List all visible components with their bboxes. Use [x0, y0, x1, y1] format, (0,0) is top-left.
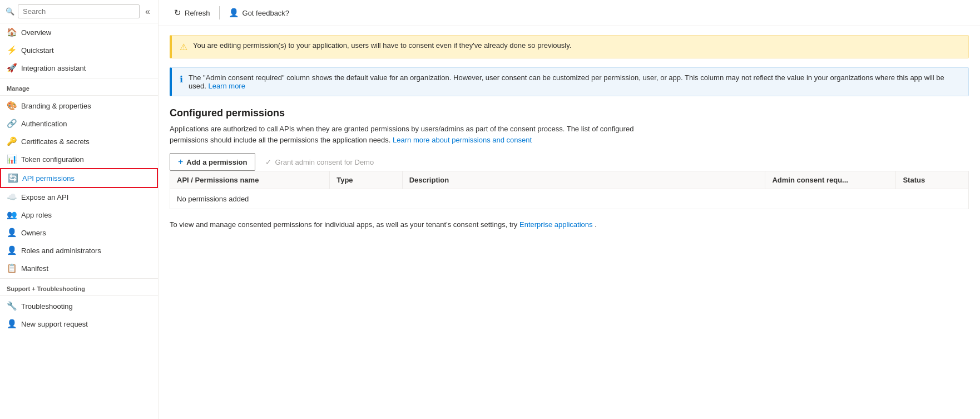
sidebar-item-label: Certificates & secrets — [21, 137, 90, 146]
toolbar-separator — [219, 6, 220, 19]
overview-icon: 🏠 — [7, 27, 17, 37]
divider — [0, 278, 158, 279]
refresh-button[interactable]: ↻ Refresh — [167, 4, 217, 21]
sidebar-item-label: Troubleshooting — [21, 302, 73, 310]
authentication-icon: 🔗 — [7, 119, 17, 129]
enterprise-apps-link[interactable]: Enterprise applications — [519, 220, 593, 229]
section-title: Configured permissions — [170, 107, 969, 119]
new-support-icon: 👤 — [7, 319, 17, 329]
quickstart-icon: ⚡ — [7, 45, 17, 55]
col-description: Description — [402, 171, 765, 189]
sidebar-item-token-config[interactable]: 📊 Token configuration — [0, 150, 158, 168]
grant-consent-button[interactable]: ✓ Grant admin consent for Demo — [258, 155, 382, 170]
sidebar-item-authentication[interactable]: 🔗 Authentication — [0, 115, 158, 132]
sidebar-item-label: Branding & properties — [21, 102, 91, 110]
sidebar-item-quickstart[interactable]: ⚡ Quickstart — [0, 41, 158, 59]
table-row-empty: No permissions added — [170, 189, 969, 209]
owners-icon: 👤 — [7, 228, 17, 238]
sidebar-item-new-support[interactable]: 👤 New support request — [0, 315, 158, 333]
sidebar-item-troubleshooting[interactable]: 🔧 Troubleshooting — [0, 297, 158, 315]
col-api-name: API / Permissions name — [170, 171, 330, 189]
integration-icon: 🚀 — [7, 63, 17, 73]
sidebar: 🔍 « 🏠 Overview ⚡ Quickstart 🚀 Integratio… — [0, 0, 159, 419]
sidebar-item-label: App roles — [21, 211, 52, 219]
sidebar-item-label: Expose an API — [21, 193, 68, 201]
roles-admins-icon: 👤 — [7, 245, 17, 255]
col-admin-consent: Admin consent requ... — [765, 171, 896, 189]
toolbar: ↻ Refresh 👤 Got feedback? — [159, 0, 980, 26]
sidebar-item-expose-api[interactable]: ☁️ Expose an API — [0, 188, 158, 206]
section-description: Applications are authorized to call APIs… — [170, 124, 670, 145]
feedback-label: Got feedback? — [242, 9, 290, 17]
divider — [0, 295, 158, 296]
plus-icon: + — [178, 157, 183, 167]
branding-icon: 🎨 — [7, 101, 17, 111]
info-learn-more-link[interactable]: Learn more — [208, 82, 245, 90]
collapse-button[interactable]: « — [143, 6, 152, 18]
sidebar-item-label: Integration assistant — [21, 64, 86, 72]
api-permissions-icon: 🔄 — [8, 173, 18, 183]
sidebar-item-label: Token configuration — [21, 155, 84, 164]
action-bar: + Add a permission ✓ Grant admin consent… — [170, 153, 969, 171]
sidebar-item-branding[interactable]: 🎨 Branding & properties — [0, 97, 158, 115]
sidebar-item-app-roles[interactable]: 👥 App roles — [0, 206, 158, 224]
info-icon: ℹ — [180, 74, 183, 85]
checkmark-icon: ✓ — [265, 158, 271, 166]
info-banner: ℹ The "Admin consent required" column sh… — [170, 67, 969, 96]
sidebar-item-label: New support request — [21, 320, 88, 328]
no-permissions-text: No permissions added — [170, 189, 330, 209]
add-permission-label: Add a permission — [186, 158, 247, 166]
footer-note: To view and manage consented permissions… — [170, 219, 969, 230]
refresh-label: Refresh — [185, 9, 210, 17]
certificates-icon: 🔑 — [7, 136, 17, 146]
sidebar-item-manifest[interactable]: 📋 Manifest — [0, 259, 158, 277]
divider — [0, 78, 158, 78]
sidebar-item-certificates[interactable]: 🔑 Certificates & secrets — [0, 132, 158, 150]
permissions-learn-more-link[interactable]: Learn more about permissions and consent — [393, 136, 532, 144]
manage-section-label: Manage — [0, 80, 158, 94]
sidebar-item-roles-admins[interactable]: 👤 Roles and administrators — [0, 241, 158, 259]
troubleshooting-icon: 🔧 — [7, 301, 17, 311]
expose-api-icon: ☁️ — [7, 192, 17, 202]
token-icon: 📊 — [7, 154, 17, 164]
warning-banner: ⚠ You are editing permission(s) to your … — [170, 35, 969, 58]
sidebar-item-label: Owners — [21, 229, 46, 237]
sidebar-item-label: Roles and administrators — [21, 247, 101, 255]
add-permission-button[interactable]: + Add a permission — [170, 153, 255, 171]
refresh-icon: ↻ — [174, 8, 181, 18]
search-input[interactable] — [18, 4, 140, 18]
warning-text: You are editing permission(s) to your ap… — [193, 41, 571, 50]
main-content: ↻ Refresh 👤 Got feedback? ⚠ You are edit… — [159, 0, 980, 419]
feedback-icon: 👤 — [229, 8, 239, 18]
warning-icon: ⚠ — [180, 42, 187, 52]
feedback-button[interactable]: 👤 Got feedback? — [222, 4, 296, 21]
sidebar-item-api-permissions[interactable]: 🔄 API permissions — [0, 168, 158, 188]
sidebar-item-label: Overview — [21, 28, 51, 37]
manifest-icon: 📋 — [7, 263, 17, 273]
sidebar-item-integration-assistant[interactable]: 🚀 Integration assistant — [0, 59, 158, 77]
sidebar-item-overview[interactable]: 🏠 Overview — [0, 23, 158, 41]
divider — [0, 95, 158, 96]
search-icon: 🔍 — [6, 7, 14, 16]
sidebar-item-owners[interactable]: 👤 Owners — [0, 224, 158, 241]
grant-consent-label: Grant admin consent for Demo — [275, 158, 374, 166]
col-status: Status — [896, 171, 969, 189]
sidebar-item-label: Quickstart — [21, 46, 54, 55]
app-roles-icon: 👥 — [7, 210, 17, 220]
permissions-table: API / Permissions name Type Description … — [170, 171, 969, 209]
sidebar-item-label: Authentication — [21, 120, 67, 128]
support-section-label: Support + Troubleshooting — [0, 280, 158, 294]
info-text: The "Admin consent required" column show… — [189, 73, 961, 90]
content-area: ⚠ You are editing permission(s) to your … — [159, 26, 980, 419]
col-type: Type — [330, 171, 403, 189]
sidebar-search-container: 🔍 « — [0, 0, 158, 23]
sidebar-item-label: API permissions — [22, 174, 75, 183]
sidebar-item-label: Manifest — [21, 264, 48, 273]
